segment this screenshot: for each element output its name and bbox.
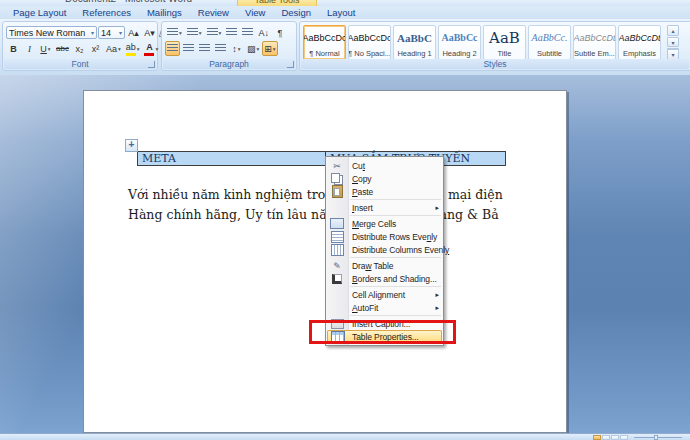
tab-layout[interactable]: Layout: [322, 7, 361, 18]
style-card-subtitle[interactable]: AaBbCc.Subtitle: [528, 25, 571, 60]
paragraph-dialog-launcher[interactable]: [287, 61, 294, 68]
sort-button[interactable]: A↓: [256, 25, 271, 40]
menu-item-cell-alignment[interactable]: Cell Alignment▸: [326, 288, 443, 301]
draft-view-button[interactable]: [620, 435, 628, 440]
annotation-rectangle: [309, 320, 456, 344]
document-table[interactable]: METAMUA SẮM TRỰC TUYẾN: [137, 151, 506, 166]
align-center-button[interactable]: [181, 41, 196, 56]
menu-item-copy[interactable]: Copy: [326, 172, 443, 185]
style-card-emphasis[interactable]: AaBbCcDtEmphasis: [618, 25, 661, 60]
style-card-heading-2[interactable]: AaBbCcHeading 2: [438, 25, 481, 60]
document-text[interactable]: Với nhiều năm kinh nghiệm trong lĩnh vực…: [128, 185, 503, 225]
show-hide-formatting-button[interactable]: ¶: [272, 25, 287, 40]
align-left-button[interactable]: [165, 41, 180, 56]
strikethrough-button[interactable]: abc: [54, 41, 71, 56]
dropdown-arrow-icon[interactable]: ▾: [91, 29, 94, 36]
dropdown-arrow-icon: ▾: [199, 30, 202, 36]
multilevel-list-icon: [207, 28, 218, 37]
font-name-value: Times New Roman: [9, 28, 85, 38]
zoom-slider-thumb[interactable]: [654, 435, 658, 440]
superscript-button[interactable]: x²: [88, 41, 103, 56]
line-spacing-button[interactable]: ↕▾: [229, 41, 244, 56]
italic-button[interactable]: I: [22, 41, 37, 56]
tab-view[interactable]: View: [240, 7, 270, 18]
gallery-scroll-up-button[interactable]: ▴: [667, 25, 679, 36]
font-group-label: Font: [4, 59, 156, 69]
increase-indent-button[interactable]: [240, 25, 255, 40]
tab-references[interactable]: References: [77, 7, 136, 18]
tab-mailings[interactable]: Mailings: [142, 7, 187, 18]
menu-item-distribute-rows-evenly[interactable]: Distribute Rows Evenly: [326, 230, 443, 243]
menu-item-cut[interactable]: ✂Cut: [326, 159, 443, 172]
underline-icon: U: [40, 44, 47, 54]
table-cell[interactable]: META: [137, 151, 326, 166]
bold-button[interactable]: B: [6, 41, 21, 56]
menu-item-autofit[interactable]: AutoFit▸: [326, 301, 443, 314]
full-screen-reading-view-button[interactable]: [602, 435, 610, 440]
submenu-arrow-icon: ▸: [436, 204, 439, 212]
dropdown-arrow-icon: ▾: [179, 30, 182, 36]
bullets-button[interactable]: ▾: [165, 25, 184, 40]
style-card-subtle-em[interactable]: AaBbCcDtSubtle Em...: [573, 25, 616, 60]
font-color-color-bar: [144, 53, 154, 56]
zoom-slider[interactable]: [634, 437, 682, 438]
text-highlight-color-button[interactable]: ab▾: [124, 41, 142, 56]
decrease-indent-button[interactable]: [224, 25, 239, 40]
tab-review[interactable]: Review: [193, 7, 234, 18]
tab-design[interactable]: Design: [276, 7, 316, 18]
change-case-button[interactable]: Aa▾: [104, 41, 123, 56]
numbering-button[interactable]: ▾: [185, 25, 204, 40]
menu-item-borders-and-shading[interactable]: Borders and Shading...: [326, 272, 443, 285]
web-layout-view-button[interactable]: [611, 435, 619, 440]
style-card-heading-1[interactable]: AaBbCHeading 1: [393, 25, 436, 60]
style-card-no-spaci[interactable]: AaBbCcDc¶ No Spaci...: [348, 25, 391, 60]
shading-button[interactable]: ▨▾: [245, 41, 261, 56]
merge-cells-icon: [330, 218, 344, 229]
borders-button[interactable]: ⊞▾: [262, 41, 277, 56]
distribute-rows-evenly-icon: [331, 231, 344, 243]
text-highlight-color-color-bar: [126, 53, 136, 56]
style-card-label: Heading 2: [442, 49, 476, 58]
shrink-font-button[interactable]: A▾: [142, 25, 157, 40]
dropdown-arrow-icon: ▾: [273, 46, 276, 52]
font-size-value: 14: [101, 28, 111, 38]
subscript-icon: x₂: [75, 44, 83, 54]
cut-icon: ✂: [333, 161, 340, 171]
menu-item-insert[interactable]: Insert▸: [326, 201, 443, 214]
status-bar: [0, 433, 690, 440]
justify-icon: [215, 44, 226, 53]
dropdown-arrow-icon[interactable]: ▾: [119, 29, 122, 36]
menu-separator: [350, 315, 441, 316]
dropdown-arrow-icon: ▾: [48, 46, 51, 52]
dropdown-arrow-icon: ▾: [118, 46, 121, 52]
align-center-icon: [183, 44, 194, 53]
font-group: Times New Roman ▾ 14 ▾ A▴A▾ BIU▾abcx₂x²A…: [2, 21, 158, 71]
subscript-button[interactable]: x₂: [72, 41, 87, 56]
align-right-button[interactable]: [197, 41, 212, 56]
menu-item-label: Borders and Shading...: [352, 274, 437, 284]
document-workspace: + METAMUA SẮM TRỰC TUYẾN Với nhiều năm k…: [0, 75, 690, 433]
table-move-handle[interactable]: +: [125, 139, 138, 152]
gallery-scroll-down-button[interactable]: ▾: [667, 37, 679, 48]
style-card-normal[interactable]: AaBbCcDc¶ Normal: [303, 25, 346, 60]
dropdown-arrow-icon: ▾: [137, 46, 140, 52]
style-card-title[interactable]: AaBTitle: [483, 25, 526, 60]
menu-item-merge-cells[interactable]: Merge Cells: [326, 217, 443, 230]
print-layout-view-button[interactable]: [593, 435, 601, 440]
font-size-combobox[interactable]: 14 ▾: [98, 26, 125, 39]
justify-button[interactable]: [213, 41, 228, 56]
tab-page-layout[interactable]: Page Layout: [8, 7, 71, 18]
grow-font-button[interactable]: A▴: [126, 25, 141, 40]
multilevel-list-button[interactable]: ▾: [205, 25, 224, 40]
underline-button[interactable]: U▾: [38, 41, 53, 56]
menu-item-paste[interactable]: Paste: [326, 185, 443, 198]
style-sample: AaB: [489, 26, 520, 49]
superscript-icon: x²: [92, 44, 100, 54]
font-name-combobox[interactable]: Times New Roman ▾: [6, 26, 97, 39]
paragraph-group: ▾▾▾A↓¶ ↕▾▨▾⊞▾ Paragraph: [161, 21, 297, 71]
menu-item-draw-table[interactable]: ✎Draw Table: [326, 259, 443, 272]
style-sample: AaBbCc.: [532, 26, 568, 49]
font-dialog-launcher[interactable]: [148, 61, 155, 68]
font-color-button[interactable]: A▾: [142, 41, 160, 56]
menu-item-distribute-columns-evenly[interactable]: Distribute Columns Evenly: [326, 243, 443, 256]
